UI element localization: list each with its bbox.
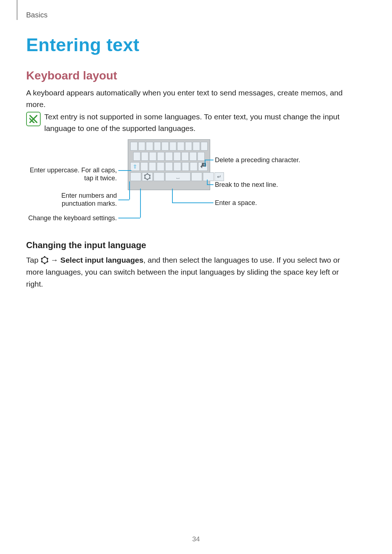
settings-key: [142, 172, 153, 181]
leader-line: [172, 202, 213, 203]
callout-uppercase: Enter uppercase. For all caps, tap it tw…: [26, 166, 117, 182]
leader-line: [205, 160, 205, 167]
leader-line: [205, 160, 213, 160]
callout-delete: Delete a preceding character.: [215, 156, 300, 164]
leader-line: [207, 180, 208, 185]
changing-language-paragraph: Tap → Select input languages, and then s…: [26, 254, 346, 290]
note-text: Text entry is not supported in some lang…: [44, 111, 346, 134]
callout-numbers: Enter numbers and punctuation marks.: [26, 192, 117, 208]
gear-icon: [144, 174, 150, 180]
keyboard-diagram: ⇧ ⎵ ↵ Enter uppercase. For all caps, tap…: [26, 138, 346, 225]
backspace-key: [198, 162, 208, 171]
leader-line: [207, 184, 213, 185]
leader-line: [118, 218, 140, 218]
section-label: Basics: [26, 11, 48, 19]
leader-line: [140, 189, 141, 218]
enter-key: ↵: [215, 172, 224, 181]
subsection-title: Keyboard layout: [26, 69, 117, 82]
p2-pre: Tap: [26, 256, 41, 264]
leader-line: [172, 189, 173, 202]
gear-icon: [41, 257, 48, 263]
header-rule: [17, 0, 17, 20]
subheading: Changing the input language: [26, 240, 146, 250]
space-key: ⎵: [165, 172, 191, 181]
leader-line: [118, 170, 131, 171]
callout-space: Enter a space.: [215, 199, 257, 207]
leader-line: [118, 200, 129, 200]
callout-settings: Change the keyboard settings.: [26, 214, 117, 222]
note-icon: [26, 112, 41, 126]
intro-paragraph: A keyboard appears automatically when yo…: [26, 87, 346, 110]
leader-line: [129, 181, 130, 200]
page-number: 34: [0, 535, 392, 543]
page-title: Entering text: [26, 34, 139, 56]
sym-key: [130, 172, 141, 181]
note-block: Text entry is not supported in some lang…: [26, 111, 346, 134]
shift-key: ⇧: [130, 162, 140, 171]
keyboard-image: ⇧ ⎵ ↵: [128, 139, 210, 190]
p2-bold: → Select input languages: [49, 256, 143, 264]
callout-nextline: Break to the next line.: [215, 181, 278, 189]
